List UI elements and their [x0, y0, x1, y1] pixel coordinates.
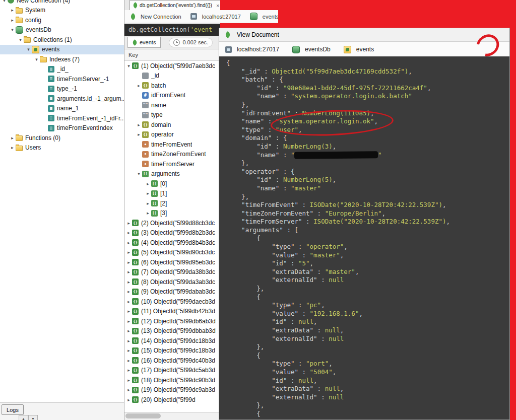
tree-item[interactable]: ▾ Indexes (7)	[0, 54, 124, 64]
expand-arrow-icon[interactable]: ▸	[125, 328, 132, 333]
expand-arrow-icon[interactable]: ▸	[125, 240, 132, 245]
result-tree-row[interactable]: ▸ (9) ObjectId("5f99dabab3dc	[124, 287, 220, 297]
result-tree-row[interactable]: ▸ (16) ObjectId("5f99dc40b3d	[124, 356, 220, 366]
query-tab[interactable]: db.getCollection('events').find({}) ×	[130, 0, 220, 10]
result-tree-row[interactable]: timeFromServer	[124, 159, 220, 169]
expand-arrow-icon[interactable]: ▸	[125, 397, 132, 402]
result-tree-row[interactable]: ▸ [0]	[124, 179, 220, 189]
result-tree-row[interactable]: ▸ domain	[124, 120, 220, 130]
result-tree-row[interactable]: timeFromEvent	[124, 139, 220, 150]
result-tree-row[interactable]: ▾ (1) ObjectId("5f99d7aeb3dc	[124, 61, 220, 71]
result-tree-row[interactable]: ▸ (20) ObjectId("5f99d	[124, 395, 220, 405]
expand-arrow-icon[interactable]: ▸	[9, 8, 16, 13]
result-tree-row[interactable]: timeZoneFromEvent	[124, 150, 220, 160]
expand-arrow-icon[interactable]: ▸	[125, 279, 132, 285]
result-tree-row[interactable]: ▸ operator	[124, 130, 220, 140]
tree-item[interactable]: ▾ Collections (1)	[0, 35, 124, 45]
toolbar-item[interactable]: New Connection	[131, 14, 181, 20]
result-tree-row[interactable]: ▸ batch	[124, 81, 220, 91]
tree-item[interactable]: ▾ eventsDb	[0, 25, 124, 35]
scrollbar-thumb[interactable]	[125, 413, 161, 418]
expand-arrow-icon[interactable]: ▸	[136, 132, 142, 137]
tree-item[interactable]: arguments.id_-1_argum...	[0, 94, 124, 104]
expand-arrow-icon[interactable]: ▸	[145, 201, 151, 206]
result-tree-row[interactable]: ▸ [2]	[124, 198, 220, 208]
expand-arrow-icon[interactable]: ▾	[136, 171, 142, 176]
key-column-header[interactable]: Key	[124, 49, 220, 61]
result-tree-row[interactable]: ▸ (18) ObjectId("5f99dc90b3d	[124, 375, 220, 385]
result-tree-row[interactable]: ▸ (2) ObjectId("5f99d88cb3dc	[124, 218, 220, 228]
tree-item[interactable]: timeFromEventIndex	[0, 123, 124, 133]
result-tree-row[interactable]: name	[124, 100, 220, 110]
result-tree-row[interactable]: ▸ (6) ObjectId("5f99d95eb3dc	[124, 257, 220, 267]
result-tree-row[interactable]: ▸ (14) ObjectId("5f99dc18b3d	[124, 336, 220, 346]
expand-arrow-icon[interactable]: ▸	[125, 368, 132, 373]
result-tree-row[interactable]: ▸ (4) ObjectId("5f99d8b4b3dc	[124, 238, 220, 248]
result-tree-row[interactable]: ▸ [3]	[124, 208, 220, 219]
result-tree-row[interactable]: ▸ (7) ObjectId("5f99da38b3dc	[124, 267, 220, 277]
tree-item[interactable]: ▾ events	[0, 45, 124, 55]
expand-arrow-icon[interactable]: ▸	[125, 378, 132, 383]
result-tree-row[interactable]: ▸ (19) ObjectId("5f99dc9ab3d	[124, 385, 220, 395]
expand-arrow-icon[interactable]: ▸	[9, 145, 16, 150]
result-tree-row[interactable]: ▸ (13) ObjectId("5f99dbbab3d	[124, 326, 220, 336]
tree-item[interactable]: ▸ Users	[0, 143, 124, 153]
result-tree-row[interactable]: ▸ [1]	[124, 189, 220, 199]
expand-arrow-icon[interactable]: ▸	[125, 358, 132, 363]
toolbar-item[interactable]: localhost:27017	[190, 13, 241, 20]
expand-arrow-icon[interactable]: ▾	[9, 27, 16, 32]
tree-item[interactable]: _id_	[0, 64, 124, 75]
expand-arrow-icon[interactable]: ▾	[1, 0, 8, 3]
result-tree-row[interactable]: idFromEvent	[124, 91, 220, 101]
query-editor[interactable]: db.getCollection('event	[124, 24, 220, 36]
expand-arrow-icon[interactable]: ▸	[125, 260, 132, 265]
expand-arrow-icon[interactable]: ▾	[33, 57, 40, 62]
tree-item[interactable]: ▸ System	[0, 6, 124, 16]
expand-arrow-icon[interactable]: ▸	[125, 269, 132, 274]
expand-arrow-icon[interactable]: ▸	[125, 319, 132, 324]
result-tree-row[interactable]: ▸ (11) ObjectId("5f99db42b3d	[124, 307, 220, 317]
tree-item[interactable]: timeFromServer_-1	[0, 74, 124, 84]
tree-item[interactable]: type_-1	[0, 84, 124, 94]
expand-arrow-icon[interactable]: ▾	[25, 47, 32, 52]
result-tree-row[interactable]: ▸ (12) ObjectId("5f99db6ab3d	[124, 316, 220, 326]
result-tree-row[interactable]: _id	[124, 71, 220, 81]
expand-arrow-icon[interactable]: ▸	[125, 230, 132, 235]
tree-item[interactable]: ▸ config	[0, 15, 124, 25]
tree-item[interactable]: timeFromEvent_-1_idFr...	[0, 113, 124, 123]
tree-item[interactable]: ▸ Functions (0)	[0, 133, 124, 143]
expand-arrow-icon[interactable]: ▸	[125, 348, 132, 353]
result-tree-row[interactable]: ▾ arguments	[124, 169, 220, 179]
expand-arrow-icon[interactable]: ▸	[136, 83, 142, 88]
expand-arrow-icon[interactable]: ▸	[125, 387, 132, 392]
expand-arrow-icon[interactable]: ▸	[9, 135, 16, 141]
pager-up-icon[interactable]: ▲	[19, 415, 28, 420]
expand-arrow-icon[interactable]: ▸	[125, 250, 132, 255]
logs-button[interactable]: Logs	[2, 404, 24, 415]
close-tab-icon[interactable]: ×	[216, 3, 219, 9]
expand-arrow-icon[interactable]: ▸	[125, 309, 132, 314]
expand-arrow-icon[interactable]: ▸	[145, 191, 151, 196]
tab-events[interactable]: events	[127, 37, 161, 48]
result-tree-row[interactable]: ▸ (10) ObjectId("5f99daecb3d	[124, 297, 220, 307]
result-tree-row[interactable]: ▸ (5) ObjectId("5f99d90cb3dc	[124, 248, 220, 258]
result-tree-row[interactable]: ▸ (17) ObjectId("5f99dc5ab3d	[124, 366, 220, 376]
result-tree-row[interactable]: ▸ (3) ObjectId("5f99d8b2b3dc	[124, 228, 220, 238]
expand-arrow-icon[interactable]: ▸	[125, 299, 132, 304]
expand-arrow-icon[interactable]: ▾	[17, 37, 24, 42]
tree-item[interactable]: ▾ New Connection (4)	[0, 0, 124, 6]
expand-arrow-icon[interactable]: ▸	[125, 289, 132, 294]
pager-down-icon[interactable]: ▼	[28, 415, 38, 420]
expand-arrow-icon[interactable]: ▸	[9, 18, 16, 23]
result-tree-row[interactable]: type	[124, 110, 220, 120]
horizontal-scrollbar[interactable]	[124, 412, 220, 420]
expand-arrow-icon[interactable]: ▸	[145, 181, 151, 186]
expand-arrow-icon[interactable]: ▸	[125, 221, 132, 226]
result-tree-row[interactable]: ▸ (15) ObjectId("5f99dc18b3d	[124, 346, 220, 356]
result-tree-row[interactable]: ▸ (8) ObjectId("5f99da3ab3dc	[124, 277, 220, 287]
expand-arrow-icon[interactable]: ▸	[125, 338, 132, 343]
expand-arrow-icon[interactable]: ▸	[145, 211, 151, 216]
expand-arrow-icon[interactable]: ▸	[136, 122, 142, 127]
json-document-viewer[interactable]: { "_id" : ObjectId("5f99d7aeb3dc47169cdd…	[219, 56, 509, 419]
tree-item[interactable]: name_1	[0, 104, 124, 114]
